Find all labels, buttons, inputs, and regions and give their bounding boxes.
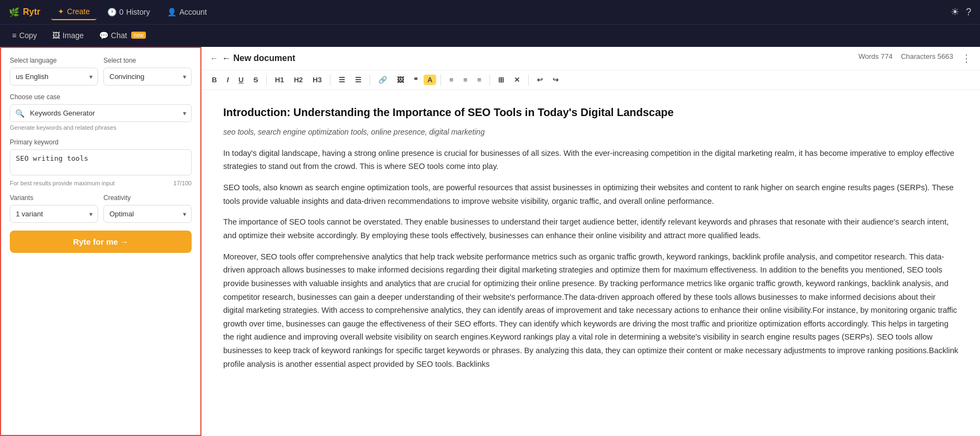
bold-button[interactable]: B: [208, 74, 220, 86]
brand-logo[interactable]: 🌿 Rytr: [9, 7, 40, 17]
use-case-icon: 🔍: [15, 109, 24, 118]
doc-title: ← New document: [222, 53, 295, 63]
creativity-select[interactable]: Optimal High Max: [103, 205, 192, 223]
nav-account-label: Account: [179, 8, 207, 16]
divider-1: [266, 75, 267, 86]
article-subtitle: seo tools, search engine optimization to…: [223, 126, 958, 139]
align-center-button[interactable]: ≡: [460, 74, 471, 86]
variants-select[interactable]: 1 variant 2 variants 3 variants: [10, 205, 98, 223]
account-icon: 👤: [167, 8, 176, 16]
primary-keyword-input[interactable]: SEO writing tools: [10, 149, 192, 175]
language-select[interactable]: us English uk English French Spanish Ger…: [10, 68, 98, 86]
creativity-field: Creativity Optimal High Max: [103, 194, 192, 223]
language-select-wrap: us English uk English French Spanish Ger…: [10, 68, 98, 86]
topnav-right-actions: ☀ ?: [951, 6, 971, 18]
use-case-select[interactable]: Keywords Generator Blog Post Product Des…: [10, 104, 192, 122]
right-panel: ← ← New document Words 774 Characters 56…: [201, 47, 980, 436]
highlight-button[interactable]: A: [424, 75, 436, 85]
more-options-button[interactable]: ⋮: [961, 52, 971, 64]
nav-history-prefix: 0: [119, 8, 124, 16]
italic-button[interactable]: I: [223, 74, 232, 86]
nav-create-label: Create: [67, 7, 90, 16]
use-case-select-wrap: 🔍 Keywords Generator Blog Post Product D…: [10, 104, 192, 122]
article-paragraph-1: In today's digital landscape, having a s…: [223, 147, 958, 173]
copy-label: Copy: [19, 31, 37, 40]
undo-button[interactable]: ↩: [533, 74, 547, 86]
copy-icon: ≡: [12, 31, 16, 40]
link-button[interactable]: 🔗: [375, 74, 391, 86]
align-right-button[interactable]: ≡: [474, 74, 486, 86]
keyword-hint-row: For best results provide maximum input 1…: [10, 178, 192, 186]
use-case-hint: Generate keywords and related phrases: [10, 124, 192, 131]
editor-content[interactable]: Introduction: Understanding the Importan…: [201, 90, 980, 436]
tone-field: Select tone Convincing Casual Funny Form…: [103, 57, 192, 86]
doc-header: ← ← New document Words 774 Characters 56…: [201, 47, 980, 70]
ryte-for-me-button[interactable]: Ryte for me →: [10, 231, 192, 253]
create-icon: ✦: [58, 7, 64, 16]
nav-history-label: History: [126, 8, 150, 16]
word-count: Words 774: [859, 52, 893, 64]
char-count: Characters 5663: [901, 52, 953, 64]
creativity-label: Creativity: [103, 194, 192, 202]
clear-format-button[interactable]: ✕: [510, 74, 524, 86]
help-icon[interactable]: ?: [966, 7, 971, 18]
tone-select-wrap: Convincing Casual Funny Formal Informati…: [103, 68, 192, 86]
editor-toolbar: B I U S H1 H2 H3 ☰ ☰ 🔗 🖼 ❝ A ≡ ≡ ≡ ⊞ ✕ ↩…: [201, 70, 980, 90]
image-button[interactable]: 🖼: [393, 74, 408, 86]
primary-keyword-row: Primary keyword SEO writing tools For be…: [10, 138, 192, 186]
main-layout: Select language us English uk English Fr…: [0, 47, 980, 436]
article-paragraph-2: SEO tools, also known as search engine o…: [223, 181, 958, 208]
doc-header-right: Words 774 Characters 5663 ⋮: [859, 52, 971, 64]
article-paragraph-3: The importance of SEO tools cannot be ov…: [223, 215, 958, 242]
article-paragraph-4: Moreover, SEO tools offer comprehensive …: [223, 250, 958, 371]
secondbar-copy[interactable]: ≡ Copy: [4, 27, 45, 45]
keyword-count: 17/100: [173, 180, 192, 186]
variants-field: Variants 1 variant 2 variants 3 variants: [10, 194, 98, 223]
divider-6: [528, 75, 529, 86]
secondbar-image[interactable]: 🖼 Image: [45, 27, 91, 45]
use-case-row: Choose use case 🔍 Keywords Generator Blo…: [10, 93, 192, 131]
secondbar-chat[interactable]: 💬 Chat new: [91, 27, 154, 45]
second-nav: ≡ Copy 🖼 Image 💬 Chat new: [0, 24, 980, 47]
top-nav: 🌿 Rytr ✦ Create 🕐 0 History 👤 Account ☀ …: [0, 0, 980, 24]
left-panel: Select language us English uk English Fr…: [0, 47, 201, 436]
theme-toggle-icon[interactable]: ☀: [951, 6, 959, 18]
ryte-btn-label: Ryte for me →: [73, 237, 128, 246]
history-icon: 🕐: [107, 8, 117, 16]
divider-2: [330, 75, 330, 86]
h3-button[interactable]: H3: [309, 74, 326, 86]
nav-create[interactable]: ✦ Create: [51, 4, 96, 20]
nav-account[interactable]: 👤 Account: [161, 4, 213, 20]
keyword-hint: For best results provide maximum input: [10, 180, 115, 186]
divider-3: [370, 75, 370, 86]
variants-creativity-row: Variants 1 variant 2 variants 3 variants…: [10, 194, 192, 223]
bullet-list-button[interactable]: ☰: [335, 74, 349, 86]
language-label: Select language: [10, 57, 98, 64]
language-field: Select language us English uk English Fr…: [10, 57, 98, 86]
brand-emoji: 🌿: [9, 7, 20, 17]
chat-new-badge: new: [131, 32, 145, 39]
article-heading: Introduction: Understanding the Importan…: [223, 103, 958, 122]
use-case-label: Choose use case: [10, 93, 192, 101]
language-tone-row: Select language us English uk English Fr…: [10, 57, 192, 86]
strikethrough-button[interactable]: S: [249, 74, 262, 86]
table-button[interactable]: ⊞: [494, 74, 508, 86]
ordered-list-button[interactable]: ☰: [351, 74, 365, 86]
variants-label: Variants: [10, 194, 98, 202]
nav-history[interactable]: 🕐 0 History: [101, 4, 156, 20]
chat-icon: 💬: [99, 31, 108, 40]
primary-keyword-label: Primary keyword: [10, 138, 192, 146]
image-label: Image: [63, 31, 84, 40]
chat-label: Chat: [111, 31, 127, 40]
quote-button[interactable]: ❝: [410, 74, 421, 86]
divider-4: [440, 75, 441, 86]
divider-5: [489, 75, 490, 86]
h2-button[interactable]: H2: [290, 74, 307, 86]
underline-button[interactable]: U: [235, 74, 247, 86]
back-button[interactable]: ←: [210, 54, 218, 63]
redo-button[interactable]: ↪: [549, 74, 562, 86]
tone-select[interactable]: Convincing Casual Funny Formal Informati…: [103, 68, 192, 86]
align-left-button[interactable]: ≡: [445, 74, 457, 86]
h1-button[interactable]: H1: [271, 74, 288, 86]
brand-name: Rytr: [23, 7, 40, 17]
